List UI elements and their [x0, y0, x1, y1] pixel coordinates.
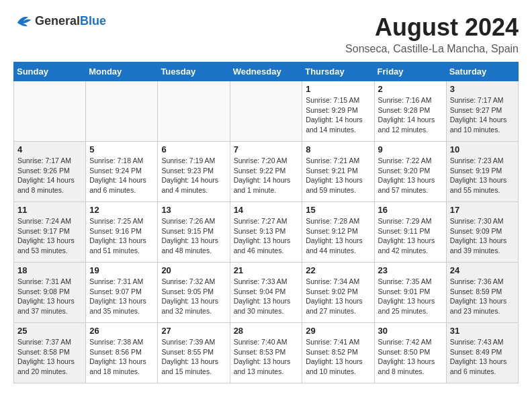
calendar-day-cell: 19Sunrise: 7:31 AM Sunset: 9:07 PM Dayli…: [86, 263, 158, 323]
day-number: 19: [89, 265, 154, 275]
calendar-day-cell: 29Sunrise: 7:41 AM Sunset: 8:52 PM Dayli…: [302, 323, 374, 383]
day-info: Sunrise: 7:24 AM Sunset: 9:17 PM Dayligh…: [17, 216, 82, 256]
day-info: Sunrise: 7:30 AM Sunset: 9:09 PM Dayligh…: [450, 216, 515, 256]
calendar-day-cell: 7Sunrise: 7:20 AM Sunset: 9:22 PM Daylig…: [230, 142, 302, 202]
calendar-day-cell: 26Sunrise: 7:38 AM Sunset: 8:56 PM Dayli…: [86, 323, 158, 383]
calendar-day-cell: [86, 81, 158, 142]
calendar-day-cell: 8Sunrise: 7:21 AM Sunset: 9:21 PM Daylig…: [302, 142, 374, 202]
day-number: 20: [161, 265, 226, 275]
day-info: Sunrise: 7:26 AM Sunset: 9:15 PM Dayligh…: [161, 216, 226, 256]
calendar-table: SundayMondayTuesdayWednesdayThursdayFrid…: [13, 62, 519, 383]
day-number: 23: [378, 265, 443, 275]
day-info: Sunrise: 7:29 AM Sunset: 9:11 PM Dayligh…: [378, 216, 443, 256]
calendar-day-cell: 31Sunrise: 7:43 AM Sunset: 8:49 PM Dayli…: [446, 323, 518, 383]
day-number: 8: [306, 144, 370, 154]
day-number: 16: [378, 205, 443, 215]
day-info: Sunrise: 7:22 AM Sunset: 9:20 PM Dayligh…: [378, 156, 443, 195]
weekday-header-tuesday: Tuesday: [158, 62, 230, 81]
weekday-header-monday: Monday: [86, 62, 158, 81]
day-number: 11: [17, 205, 82, 215]
calendar-day-cell: 24Sunrise: 7:36 AM Sunset: 8:59 PM Dayli…: [446, 263, 518, 323]
calendar-day-cell: 12Sunrise: 7:25 AM Sunset: 9:16 PM Dayli…: [86, 202, 158, 263]
day-number: 6: [161, 144, 226, 154]
day-number: 26: [89, 326, 154, 336]
day-info: Sunrise: 7:38 AM Sunset: 8:56 PM Dayligh…: [89, 337, 154, 377]
calendar-day-cell: 9Sunrise: 7:22 AM Sunset: 9:20 PM Daylig…: [374, 142, 446, 202]
calendar-day-cell: 28Sunrise: 7:40 AM Sunset: 8:53 PM Dayli…: [230, 323, 302, 383]
calendar-day-cell: 6Sunrise: 7:19 AM Sunset: 9:23 PM Daylig…: [158, 142, 230, 202]
calendar-day-cell: 1Sunrise: 7:15 AM Sunset: 9:29 PM Daylig…: [302, 81, 374, 142]
day-number: 10: [450, 144, 515, 154]
day-info: Sunrise: 7:33 AM Sunset: 9:04 PM Dayligh…: [234, 277, 299, 316]
weekday-header-sunday: Sunday: [14, 62, 86, 81]
logo-blue-text: Blue: [80, 14, 106, 28]
calendar-location: Sonseca, Castille-La Mancha, Spain: [345, 43, 519, 55]
day-number: 27: [161, 326, 226, 336]
day-info: Sunrise: 7:18 AM Sunset: 9:24 PM Dayligh…: [89, 156, 154, 195]
day-info: Sunrise: 7:19 AM Sunset: 9:23 PM Dayligh…: [161, 156, 226, 195]
calendar-week-row: 11Sunrise: 7:24 AM Sunset: 9:17 PM Dayli…: [14, 202, 519, 263]
weekday-header-saturday: Saturday: [446, 62, 518, 81]
day-info: Sunrise: 7:25 AM Sunset: 9:16 PM Dayligh…: [89, 216, 154, 256]
calendar-day-cell: 30Sunrise: 7:42 AM Sunset: 8:50 PM Dayli…: [374, 323, 446, 383]
day-number: 22: [306, 265, 370, 275]
calendar-day-cell: 25Sunrise: 7:37 AM Sunset: 8:58 PM Dayli…: [14, 323, 86, 383]
day-number: 9: [378, 144, 443, 154]
day-number: 29: [306, 326, 370, 336]
day-info: Sunrise: 7:35 AM Sunset: 9:01 PM Dayligh…: [378, 277, 443, 316]
day-info: Sunrise: 7:27 AM Sunset: 9:13 PM Dayligh…: [234, 216, 299, 256]
calendar-day-cell: 3Sunrise: 7:17 AM Sunset: 9:27 PM Daylig…: [446, 81, 518, 142]
day-number: 25: [17, 326, 82, 336]
day-number: 28: [234, 326, 299, 336]
calendar-day-cell: 21Sunrise: 7:33 AM Sunset: 9:04 PM Dayli…: [230, 263, 302, 323]
day-number: 21: [234, 265, 299, 275]
day-info: Sunrise: 7:37 AM Sunset: 8:58 PM Dayligh…: [17, 337, 82, 377]
weekday-header-thursday: Thursday: [302, 62, 374, 81]
calendar-day-cell: 10Sunrise: 7:23 AM Sunset: 9:19 PM Dayli…: [446, 142, 518, 202]
day-number: 3: [450, 84, 515, 94]
calendar-title: August 2024: [345, 13, 519, 42]
logo-general-text: General: [35, 14, 80, 28]
day-info: Sunrise: 7:15 AM Sunset: 9:29 PM Dayligh…: [306, 95, 370, 135]
day-info: Sunrise: 7:21 AM Sunset: 9:21 PM Dayligh…: [306, 156, 370, 195]
day-number: 14: [234, 205, 299, 215]
day-info: Sunrise: 7:40 AM Sunset: 8:53 PM Dayligh…: [234, 337, 299, 377]
day-info: Sunrise: 7:20 AM Sunset: 9:22 PM Dayligh…: [234, 156, 299, 195]
calendar-day-cell: 27Sunrise: 7:39 AM Sunset: 8:55 PM Dayli…: [158, 323, 230, 383]
calendar-day-cell: 17Sunrise: 7:30 AM Sunset: 9:09 PM Dayli…: [446, 202, 518, 263]
day-info: Sunrise: 7:34 AM Sunset: 9:02 PM Dayligh…: [306, 277, 370, 316]
calendar-day-cell: 16Sunrise: 7:29 AM Sunset: 9:11 PM Dayli…: [374, 202, 446, 263]
calendar-week-row: 18Sunrise: 7:31 AM Sunset: 9:08 PM Dayli…: [14, 263, 519, 323]
calendar-day-cell: 18Sunrise: 7:31 AM Sunset: 9:08 PM Dayli…: [14, 263, 86, 323]
day-number: 24: [450, 265, 515, 275]
day-number: 1: [306, 84, 370, 94]
day-number: 31: [450, 326, 515, 336]
day-info: Sunrise: 7:17 AM Sunset: 9:26 PM Dayligh…: [17, 156, 82, 195]
day-info: Sunrise: 7:28 AM Sunset: 9:12 PM Dayligh…: [306, 216, 370, 256]
logo: GeneralBlue: [13, 13, 106, 28]
day-number: 5: [89, 144, 154, 154]
day-info: Sunrise: 7:23 AM Sunset: 9:19 PM Dayligh…: [450, 156, 515, 195]
day-number: 7: [234, 144, 299, 154]
day-info: Sunrise: 7:41 AM Sunset: 8:52 PM Dayligh…: [306, 337, 370, 377]
calendar-day-cell: 2Sunrise: 7:16 AM Sunset: 9:28 PM Daylig…: [374, 81, 446, 142]
calendar-week-row: 25Sunrise: 7:37 AM Sunset: 8:58 PM Dayli…: [14, 323, 519, 383]
calendar-day-cell: 22Sunrise: 7:34 AM Sunset: 9:02 PM Dayli…: [302, 263, 374, 323]
calendar-week-row: 4Sunrise: 7:17 AM Sunset: 9:26 PM Daylig…: [14, 142, 519, 202]
day-number: 15: [306, 205, 370, 215]
day-info: Sunrise: 7:31 AM Sunset: 9:08 PM Dayligh…: [17, 277, 82, 316]
day-number: 13: [161, 205, 226, 215]
page-header: GeneralBlue August 2024 Sonseca, Castill…: [13, 13, 519, 55]
day-number: 17: [450, 205, 515, 215]
calendar-day-cell: 4Sunrise: 7:17 AM Sunset: 9:26 PM Daylig…: [14, 142, 86, 202]
calendar-day-cell: 20Sunrise: 7:32 AM Sunset: 9:05 PM Dayli…: [158, 263, 230, 323]
day-number: 2: [378, 84, 443, 94]
day-info: Sunrise: 7:17 AM Sunset: 9:27 PM Dayligh…: [450, 95, 515, 135]
day-info: Sunrise: 7:42 AM Sunset: 8:50 PM Dayligh…: [378, 337, 443, 377]
calendar-day-cell: [158, 81, 230, 142]
calendar-day-cell: 23Sunrise: 7:35 AM Sunset: 9:01 PM Dayli…: [374, 263, 446, 323]
day-number: 12: [89, 205, 154, 215]
day-info: Sunrise: 7:16 AM Sunset: 9:28 PM Dayligh…: [378, 95, 443, 135]
day-number: 4: [17, 144, 82, 154]
calendar-day-cell: [230, 81, 302, 142]
